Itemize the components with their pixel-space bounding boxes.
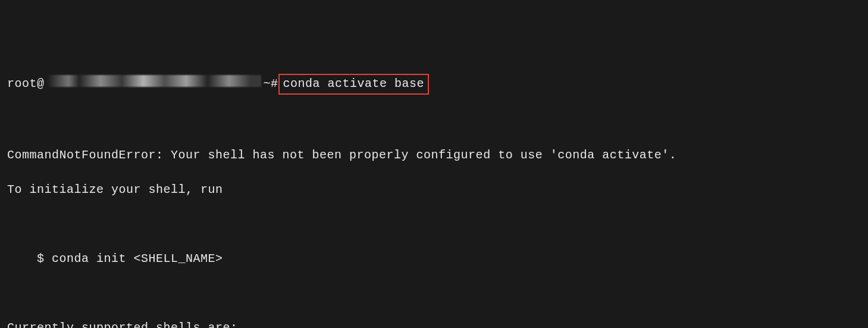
prompt-user: root@	[7, 75, 45, 92]
init-command: $ conda init <SHELL_NAME>	[7, 250, 861, 267]
error-line-1: CommandNotFoundError: Your shell has not…	[7, 146, 861, 164]
blank-line	[7, 112, 861, 129]
error-line-2: To initialize your shell, run	[7, 181, 861, 198]
blank-line	[7, 285, 861, 302]
censored-hostname	[47, 75, 261, 87]
command-input-highlight: conda activate base	[278, 74, 430, 95]
supported-shells-label: Currently supported shells are:	[7, 319, 861, 328]
command-text: conda activate base	[283, 77, 425, 90]
prompt-suffix: ~#	[264, 75, 278, 92]
blank-line	[7, 215, 861, 233]
prompt-line[interactable]: root@~# conda activate base	[7, 74, 861, 95]
